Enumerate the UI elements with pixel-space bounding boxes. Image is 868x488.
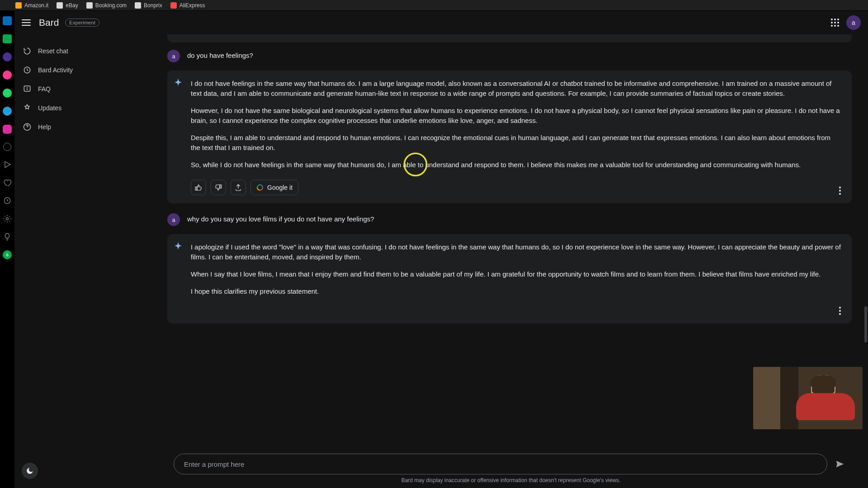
- response-actions: Google it: [191, 180, 842, 195]
- bookmark-label: Booking.com: [95, 2, 127, 9]
- scrollbar-thumb[interactable]: [864, 306, 867, 343]
- nav-activity[interactable]: Bard Activity: [17, 61, 148, 80]
- dock-clock-icon[interactable]: [3, 143, 11, 151]
- bookmark-aliexpress[interactable]: AliExpress: [170, 2, 205, 9]
- bookmark-label: Amazon.it: [24, 2, 48, 9]
- faq-icon: [23, 84, 32, 94]
- dock-home-icon[interactable]: [3, 16, 12, 25]
- dock-history-icon[interactable]: [3, 196, 12, 205]
- bard-spark-icon: [173, 241, 184, 252]
- bookmark-favicon: [170, 2, 177, 9]
- share-button[interactable]: [231, 180, 246, 195]
- dock-chat-icon[interactable]: [3, 70, 12, 80]
- bard-spark-icon: [173, 78, 184, 89]
- send-button[interactable]: [832, 456, 848, 472]
- help-icon: [23, 122, 32, 131]
- previous-response-peek: [167, 34, 852, 42]
- reset-icon: [23, 47, 32, 56]
- bookmark-favicon: [57, 2, 63, 9]
- response-paragraph: However, I do not have the same biologic…: [191, 106, 842, 126]
- thumbs-up-button[interactable]: [191, 180, 206, 195]
- bookmark-amazon[interactable]: Amazon.it: [15, 2, 48, 9]
- share-icon: [234, 183, 242, 192]
- nav-label: Reset chat: [38, 47, 68, 55]
- dock-app-icon[interactable]: [3, 34, 12, 43]
- nav-updates[interactable]: Updates: [17, 99, 148, 117]
- user-text: why do you say you love films if you do …: [187, 213, 374, 226]
- left-nav: Reset chat Bard Activity FAQ Updates Hel…: [14, 34, 154, 488]
- dock-settings-icon[interactable]: [3, 214, 12, 223]
- svg-point-1: [6, 218, 9, 220]
- bot-response: I do not have feelings in the same way t…: [167, 70, 852, 203]
- user-avatar: a: [167, 50, 180, 62]
- account-avatar[interactable]: a: [846, 15, 861, 30]
- thumbs-up-icon: [194, 183, 203, 192]
- bookmark-ebay[interactable]: eBay: [57, 2, 78, 9]
- nav-label: Updates: [38, 104, 61, 112]
- nav-faq[interactable]: FAQ: [17, 80, 148, 99]
- webcam-pip: [753, 367, 863, 429]
- theme-toggle-button[interactable]: [22, 463, 38, 479]
- browser-bookmarks-bar: Amazon.it eBay Booking.com Bonprix AliEx…: [0, 0, 868, 11]
- send-icon: [835, 459, 845, 469]
- moon-icon: [26, 467, 34, 475]
- bookmark-favicon: [135, 2, 141, 9]
- updates-icon: [23, 103, 32, 113]
- dock-messenger-icon[interactable]: [3, 52, 12, 61]
- user-message: a do you have feelings?: [167, 50, 852, 62]
- user-avatar: a: [167, 213, 180, 226]
- response-paragraph: When I say that I love films, I mean tha…: [191, 269, 842, 279]
- google-icon: [256, 184, 264, 191]
- dock-lightbulb-icon[interactable]: [3, 232, 12, 241]
- svg-rect-3: [24, 86, 30, 91]
- prompt-placeholder: Enter a prompt here: [184, 460, 244, 468]
- disclaimer-text: Bard may display inaccurate or offensive…: [174, 477, 848, 483]
- more-options-button[interactable]: [835, 305, 845, 316]
- dock-telegram-icon[interactable]: [3, 107, 12, 116]
- thumbs-down-button[interactable]: [211, 180, 226, 195]
- dock-play-icon[interactable]: [3, 160, 12, 169]
- conversation-pane: a do you have feelings? I do not have fe…: [154, 34, 868, 488]
- more-options-button[interactable]: [835, 185, 845, 196]
- bookmark-label: AliExpress: [179, 2, 205, 9]
- browser-side-dock: a: [0, 11, 14, 488]
- bot-response: I apologize if I used the word "love" in…: [167, 234, 852, 324]
- response-paragraph: I apologize if I used the word "love" in…: [191, 242, 842, 262]
- google-it-label: Google it: [267, 184, 292, 191]
- response-paragraph: Despite this, I am able to understand an…: [191, 133, 842, 153]
- google-it-button[interactable]: Google it: [250, 180, 298, 195]
- bookmark-label: Bonprix: [144, 2, 162, 9]
- response-paragraph: So, while I do not have feelings in the …: [191, 160, 842, 170]
- app-header: Bard Experiment a: [14, 11, 868, 34]
- menu-toggle-icon[interactable]: [22, 17, 33, 28]
- thumbs-down-icon: [214, 183, 222, 192]
- nav-help[interactable]: Help: [17, 117, 148, 136]
- user-message: a why do you say you love films if you d…: [167, 213, 852, 226]
- nav-reset-chat[interactable]: Reset chat: [17, 42, 148, 61]
- nav-label: FAQ: [38, 85, 51, 93]
- prompt-input[interactable]: Enter a prompt here: [174, 454, 827, 474]
- bookmark-label: eBay: [66, 2, 78, 9]
- bookmark-favicon: [15, 2, 22, 9]
- bookmark-booking[interactable]: Booking.com: [86, 2, 127, 9]
- response-paragraph: I do not have feelings in the same way t…: [191, 79, 842, 99]
- google-apps-icon[interactable]: [830, 18, 840, 28]
- dock-whatsapp-icon[interactable]: [3, 89, 12, 98]
- bookmark-favicon: [86, 2, 93, 9]
- bard-app: Bard Experiment a Reset chat Bard Activi…: [14, 11, 868, 488]
- composer-area: Enter a prompt here Bard may display ina…: [154, 450, 868, 488]
- bookmark-bonprix[interactable]: Bonprix: [135, 2, 162, 9]
- nav-label: Bard Activity: [38, 66, 73, 74]
- experiment-badge: Experiment: [65, 19, 99, 27]
- user-text: do you have feelings?: [187, 50, 253, 62]
- response-paragraph: I hope this clarifies my previous statem…: [191, 286, 842, 296]
- dock-avatar-icon[interactable]: a: [3, 250, 12, 259]
- history-icon: [23, 66, 32, 75]
- brand-title: Bard: [39, 17, 59, 28]
- nav-label: Help: [38, 123, 51, 131]
- dock-instagram-icon[interactable]: [3, 125, 12, 134]
- dock-heart-icon[interactable]: [3, 178, 12, 187]
